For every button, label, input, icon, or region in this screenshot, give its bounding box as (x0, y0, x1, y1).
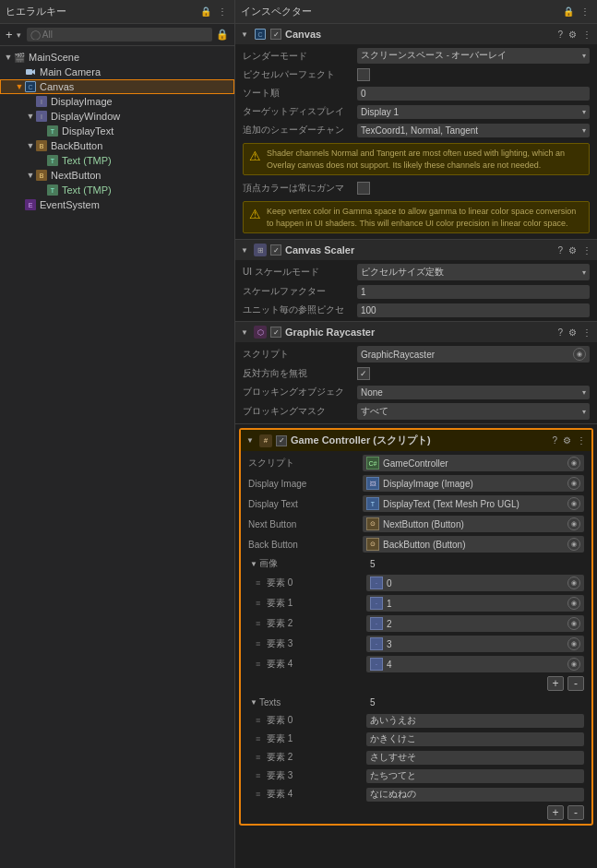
tree-item-display-image[interactable]: I DisplayImage (0, 94, 234, 109)
back-button-value: BackButton (Button) (383, 540, 564, 550)
scale-factor-input[interactable] (357, 285, 590, 299)
text-value-0[interactable] (366, 714, 584, 728)
game-controller-header[interactable]: ▼ # ✓ Game Controller (スクリプト) ? ⚙ ⋮ (241, 430, 591, 451)
more-icon[interactable]: ⋮ (582, 30, 591, 40)
canvas-scaler-header[interactable]: ▼ ⊞ ✓ Canvas Scaler ? ⚙ ⋮ (235, 240, 597, 260)
vertex-color-checkbox[interactable] (357, 182, 370, 195)
blocking-mask-value: すべて (361, 405, 388, 418)
back-button-select-button[interactable]: ◉ (567, 538, 580, 551)
scaler-actions: ? ⚙ ⋮ (557, 245, 591, 256)
shader-channel-value: TexCoord1, Normal, Tangent (361, 125, 478, 136)
next-button-select-button[interactable]: ◉ (567, 517, 580, 530)
tree-item-label: Canvas (40, 81, 74, 92)
image-ref-2: · 2 ◉ (366, 615, 584, 632)
canvas-enable-checkbox[interactable]: ✓ (270, 29, 281, 40)
render-mode-dropdown[interactable]: スクリーンスペース - オーバーレイ ▾ (357, 48, 590, 64)
lock-icon[interactable]: 🔒 (199, 6, 212, 18)
display-text-select-button[interactable]: ◉ (567, 497, 580, 510)
ui-scale-dropdown[interactable]: ピクセルサイズ定数 ▾ (357, 264, 590, 280)
text-value-1[interactable] (366, 732, 584, 746)
canvas-scaler-body: UI スケールモード ピクセルサイズ定数 ▾ スケールファクター ユニット毎の参… (235, 260, 597, 321)
drag-handle-icon: ≡ (256, 619, 263, 628)
image-value-0: 0 (387, 578, 564, 589)
add-button[interactable]: + (6, 29, 13, 41)
hierarchy-lock-icon[interactable]: 🔒 (216, 29, 229, 41)
more-icon[interactable]: ⋮ (582, 245, 591, 256)
help-icon[interactable]: ? (552, 435, 557, 446)
canvas-component-header[interactable]: ▼ C ✓ Canvas ? ⚙ ⋮ (235, 24, 597, 44)
image-item-3: ≡ 要素 3 · 3 ◉ (241, 634, 591, 654)
tree-item-event-system[interactable]: E EventSystem (0, 197, 234, 212)
collapse-arrow-icon: ▼ (241, 246, 250, 255)
unit-ref-row: ユニット毎の参照ピクセ (235, 301, 597, 319)
lock-icon[interactable]: 🔒 (562, 6, 575, 18)
blocking-mask-dropdown[interactable]: すべて ▾ (357, 403, 590, 420)
eventsystem-icon: E (24, 198, 37, 211)
search-input[interactable] (27, 28, 212, 42)
help-icon[interactable]: ? (557, 30, 563, 40)
target-display-dropdown[interactable]: Display 1 ▾ (357, 105, 590, 119)
unit-ref-input[interactable] (357, 303, 590, 317)
tree-item-canvas[interactable]: ▼ C Canvas (0, 79, 234, 94)
image-1-select-button[interactable]: ◉ (567, 597, 580, 610)
expand-arrow-icon: ▼ (26, 141, 35, 150)
display-image-row: Display Image 🖼 DisplayImage (Image) ◉ (241, 473, 591, 493)
image-3-select-button[interactable]: ◉ (567, 637, 580, 650)
text-item-4: ≡ 要素 4 (241, 785, 591, 803)
raycaster-enable-checkbox[interactable]: ✓ (270, 327, 281, 338)
gc-script-select-button[interactable]: ◉ (567, 457, 580, 470)
texts-add-button[interactable]: + (547, 805, 564, 820)
gc-enable-checkbox[interactable]: ✓ (276, 435, 287, 446)
scale-factor-label: スケールファクター (243, 285, 353, 298)
sort-order-input[interactable] (357, 87, 590, 101)
tree-item-main-scene[interactable]: ▼ 🎬 MainScene (0, 50, 234, 65)
images-array-label: 画像 (259, 557, 370, 570)
image-4-select-button[interactable]: ◉ (567, 658, 580, 671)
svg-marker-1 (32, 69, 35, 75)
array-expand-icon: ▼ (248, 698, 259, 707)
tree-item-display-window[interactable]: ▼ I DisplayWindow (0, 109, 234, 124)
dropdown-arrow-icon: ▾ (582, 52, 586, 60)
display-image-value: DisplayImage (Image) (383, 479, 564, 489)
settings-icon[interactable]: ⚙ (568, 327, 577, 338)
hierarchy-tree: ▼ 🎬 MainScene Main Camera ▼ C Canvas I (0, 46, 234, 868)
image-0-select-button[interactable]: ◉ (567, 577, 580, 589)
pixel-perfect-checkbox[interactable] (357, 68, 370, 81)
ignore-reversed-checkbox[interactable]: ✓ (357, 367, 370, 380)
text-value-3[interactable] (366, 769, 584, 783)
tree-item-display-text[interactable]: T DisplayText (0, 124, 234, 138)
help-icon[interactable]: ? (557, 245, 563, 256)
tree-item-next-text[interactable]: T Text (TMP) (0, 183, 234, 197)
image-value-3: 3 (387, 639, 564, 649)
more-icon[interactable]: ⋮ (577, 435, 586, 446)
more-icon[interactable]: ⋮ (582, 327, 591, 338)
images-add-button[interactable]: + (547, 676, 564, 691)
settings-icon[interactable]: ⚙ (568, 30, 577, 40)
next-button-label: Next Button (248, 519, 359, 529)
tree-item-next-button[interactable]: ▼ B NextButton (0, 168, 234, 183)
tree-item-main-camera[interactable]: Main Camera (0, 65, 234, 79)
tree-item-back-text[interactable]: T Text (TMP) (0, 153, 234, 168)
tree-item-back-button[interactable]: ▼ B BackButton (0, 138, 234, 153)
image-2-select-button[interactable]: ◉ (567, 617, 580, 630)
settings-icon[interactable]: ⚙ (568, 245, 577, 256)
display-image-select-button[interactable]: ◉ (567, 477, 580, 490)
canvas-component: ▼ C ✓ Canvas ? ⚙ ⋮ レンダーモード スクリーンスペース - オ… (235, 24, 597, 240)
menu-icon[interactable]: ⋮ (216, 6, 229, 18)
gc-icon: # (259, 434, 272, 447)
texts-remove-button[interactable]: - (567, 805, 584, 820)
menu-icon[interactable]: ⋮ (579, 6, 591, 18)
scaler-enable-checkbox[interactable]: ✓ (270, 244, 281, 256)
drag-handle-icon: ≡ (256, 660, 263, 669)
text-value-4[interactable] (366, 788, 584, 802)
graphic-raycaster-header[interactable]: ▼ ⬡ ✓ Graphic Raycaster ? ⚙ ⋮ (235, 322, 597, 342)
blocking-objects-dropdown[interactable]: None ▾ (357, 386, 590, 399)
shader-channel-dropdown[interactable]: TexCoord1, Normal, Tangent ▾ (357, 124, 590, 137)
settings-icon[interactable]: ⚙ (563, 435, 571, 446)
text-value-2[interactable] (366, 751, 584, 765)
images-remove-button[interactable]: - (567, 676, 584, 691)
gr-script-select-button[interactable]: ◉ (573, 348, 586, 361)
dropdown-arrow-icon: ▾ (582, 108, 586, 116)
drag-handle-icon: ≡ (256, 771, 263, 780)
help-icon[interactable]: ? (557, 327, 563, 338)
